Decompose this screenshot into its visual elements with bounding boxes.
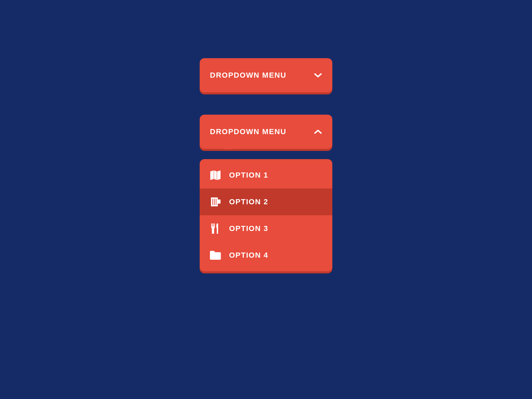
utensils-icon (210, 223, 221, 234)
chevron-up-icon (314, 128, 322, 136)
dropdown-arrow-icon (224, 144, 233, 149)
option-1-label: OPTION 1 (229, 171, 268, 180)
dropdown-open-section: DROPDOWN MENU OPTION 1 OPTION 2 (200, 115, 332, 271)
svg-rect-2 (216, 199, 216, 205)
folder-icon (210, 250, 221, 261)
dropdown-open-label: DROPDOWN MENU (210, 127, 287, 136)
beer-icon (210, 196, 221, 207)
svg-rect-1 (214, 199, 215, 205)
dropdown-closed-button[interactable]: DROPDOWN MENU (200, 58, 332, 92)
dropdown-option-4[interactable]: OPTION 4 (200, 242, 332, 269)
dropdown-option-1[interactable]: OPTION 1 (200, 162, 332, 189)
dropdown-option-2[interactable]: OPTION 2 (200, 189, 332, 215)
dropdown-option-3[interactable]: OPTION 3 (200, 215, 332, 242)
option-3-label: OPTION 3 (229, 224, 268, 233)
svg-rect-0 (212, 199, 213, 205)
dropdown-open-button[interactable]: DROPDOWN MENU (200, 115, 332, 149)
option-4-label: OPTION 4 (229, 251, 268, 260)
chevron-down-icon (314, 71, 322, 79)
dropdown-closed-label: DROPDOWN MENU (210, 71, 287, 80)
option-2-label: OPTION 2 (229, 197, 268, 206)
map-icon (210, 170, 221, 181)
dropdown-panel: OPTION 1 OPTION 2 OPTION 3 OPTION 4 (200, 159, 332, 271)
